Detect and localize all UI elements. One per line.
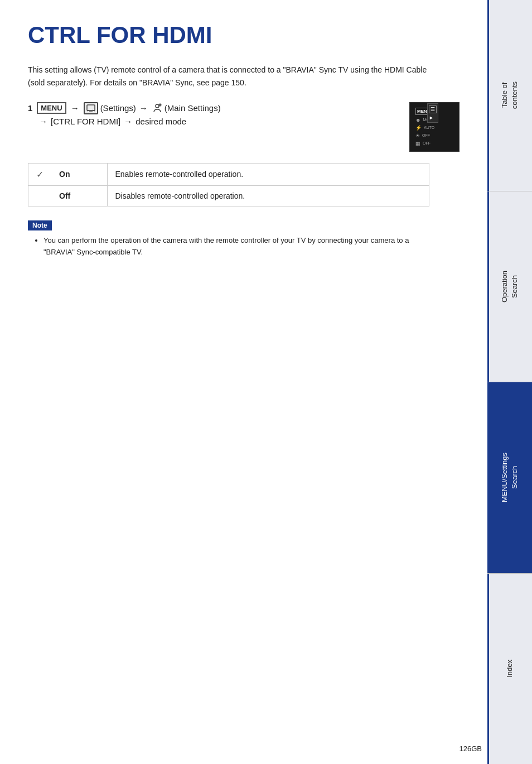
sidebar-item-menu-settings-search[interactable]: MENU/SettingsSearch bbox=[487, 382, 532, 574]
main-content: CTRL FOR HDMI This setting allows (TV) r… bbox=[0, 0, 487, 764]
face-icon: ☻ bbox=[415, 117, 420, 123]
off-label-1: OFF bbox=[422, 133, 430, 137]
options-table: ✓ On Enables remote-controlled operation… bbox=[28, 163, 429, 206]
arrow-1: → bbox=[71, 103, 79, 113]
menu-row-4: ☀ OFF bbox=[414, 132, 454, 140]
sidebar-item-operation-search[interactable]: OperationSearch bbox=[487, 191, 532, 383]
instruction-line-1: 1 MENU → (Settings) → bbox=[28, 102, 398, 114]
option-desc-off: Disables remote-controlled operation. bbox=[107, 185, 429, 206]
menu-row-5: ▦ OFF bbox=[414, 140, 454, 147]
page-title: CTRL FOR HDMI bbox=[28, 22, 460, 48]
sidebar-label-index: Index bbox=[505, 660, 515, 677]
table-row-on: ✓ On Enables remote-controlled operation… bbox=[28, 163, 429, 185]
check-off bbox=[28, 185, 52, 206]
text-settings: (Settings) bbox=[100, 103, 136, 113]
note-content: You can perform the operation of the cam… bbox=[28, 235, 429, 258]
check-on: ✓ bbox=[28, 163, 52, 185]
arrow-2: → bbox=[139, 103, 148, 113]
settings-icon-svg bbox=[86, 104, 95, 112]
main-settings-icon bbox=[152, 103, 162, 113]
option-name-on: On bbox=[51, 163, 107, 185]
sidebar-label-toc: Table ofcontents bbox=[500, 81, 520, 109]
sidebar-item-table-of-contents[interactable]: Table ofcontents bbox=[487, 0, 532, 191]
menu-row-3: ⚡ AUTO bbox=[414, 124, 454, 132]
instruction-line-2: → [CTRL FOR HDMI] → desired mode bbox=[28, 117, 398, 126]
main-settings-icon-svg bbox=[152, 103, 162, 113]
arrow-3: → bbox=[39, 117, 47, 126]
sidebar-line-op bbox=[487, 191, 489, 382]
menu-badge: MENU bbox=[37, 102, 66, 114]
svg-rect-0 bbox=[87, 105, 95, 110]
step-number: 1 bbox=[28, 103, 32, 113]
sidebar-label-menu: MENU/SettingsSearch bbox=[500, 453, 520, 502]
options-table-body: ✓ On Enables remote-controlled operation… bbox=[28, 163, 429, 206]
text-main-settings: (Main Settings) bbox=[165, 103, 221, 113]
right-play-icon: ► bbox=[429, 115, 437, 121]
sidebar-line-toc bbox=[487, 0, 489, 191]
svg-point-5 bbox=[159, 104, 161, 106]
instruction-block: 1 MENU → (Settings) → bbox=[28, 102, 460, 152]
note-item-1: You can perform the operation of the cam… bbox=[43, 235, 429, 258]
camera-menu-image: MENU ☻ MOVE ⚡ AUTO ☀ OFF ▦ OFF bbox=[409, 102, 460, 152]
sidebar-line-idx bbox=[487, 574, 489, 765]
table-row-off: Off Disables remote-controlled operation… bbox=[28, 185, 429, 206]
right-icons: ☰ ► bbox=[427, 103, 438, 123]
right-menu-icon: ☰ bbox=[429, 105, 437, 113]
camera-icon: ▦ bbox=[415, 141, 420, 146]
description: This setting allows (TV) remote control … bbox=[28, 64, 429, 89]
sidebar: Table ofcontents OperationSearch MENU/Se… bbox=[487, 0, 532, 764]
sidebar-item-index[interactable]: Index bbox=[487, 574, 532, 765]
flash-icon: ⚡ bbox=[415, 125, 422, 131]
sun-icon: ☀ bbox=[415, 133, 420, 138]
ctrl-hdmi-text: [CTRL FOR HDMI] bbox=[51, 117, 120, 126]
auto-label: AUTO bbox=[424, 126, 434, 129]
arrow-4: → bbox=[124, 117, 132, 126]
note-label: Note bbox=[28, 220, 52, 230]
sidebar-label-op: OperationSearch bbox=[500, 271, 520, 302]
settings-icon bbox=[84, 102, 98, 114]
desired-mode-text: desired mode bbox=[136, 117, 186, 126]
off-label-2: OFF bbox=[423, 141, 431, 145]
menu-ui: MENU ☻ MOVE ⚡ AUTO ☀ OFF ▦ OFF bbox=[412, 105, 457, 149]
instruction-content: 1 MENU → (Settings) → bbox=[28, 102, 398, 126]
page-number: 126GB bbox=[460, 744, 482, 753]
option-name-off: Off bbox=[51, 185, 107, 206]
option-desc-on: Enables remote-controlled operation. bbox=[107, 163, 429, 185]
note-section: Note You can perform the operation of th… bbox=[28, 220, 460, 258]
